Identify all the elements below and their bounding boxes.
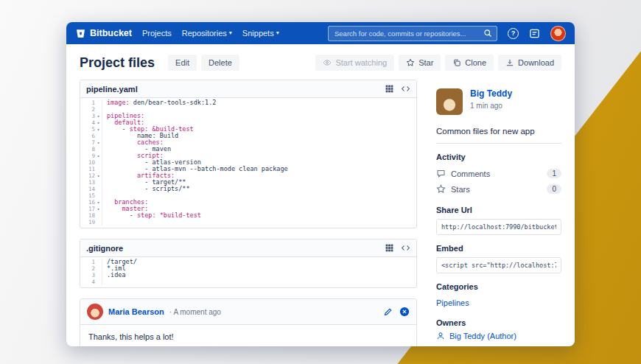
fold-arrow-icon[interactable]: ▾ xyxy=(95,206,102,212)
line-number: 6 xyxy=(80,133,95,139)
categories-heading: Categories xyxy=(436,282,561,291)
activity-row-stars[interactable]: Stars0 xyxy=(436,181,561,197)
page-title: Project files xyxy=(80,55,155,71)
header-left-buttons: EditDelete xyxy=(168,55,239,71)
activity-heading: Activity xyxy=(436,153,561,161)
code-line: image: den/bear-tools-sdk:1.2 xyxy=(107,99,216,106)
start-watching-button[interactable]: Start watching xyxy=(315,55,394,71)
nav-item-snippets[interactable]: Snippets▾ xyxy=(242,29,279,38)
owner-name-link[interactable]: Big Teddy xyxy=(470,88,512,99)
fold-arrow-icon[interactable]: ▾ xyxy=(95,153,102,159)
activity-rows: Comments1Stars0 xyxy=(436,166,561,197)
share-url-input[interactable] xyxy=(436,219,561,235)
navbar: Bitbucket ProjectsRepositories▾Snippets▾… xyxy=(66,22,575,44)
comment-author-link[interactable]: Maria Bearson xyxy=(108,307,164,316)
nav-item-projects[interactable]: Projects xyxy=(142,29,172,38)
header-right-buttons: Start watchingStarCloneDownload xyxy=(315,55,561,71)
comment-author-avatar[interactable] xyxy=(87,304,103,320)
share-url-heading: Share Url xyxy=(436,206,561,214)
table-view-icon[interactable] xyxy=(385,243,394,253)
line-number: 3 xyxy=(80,272,95,279)
delete-comment-icon[interactable] xyxy=(399,307,410,317)
comment-meta-separator: · xyxy=(169,308,172,316)
owner-timestamp: 1 min ago xyxy=(470,102,512,110)
line-number: 2 xyxy=(80,265,95,272)
line-number: 15 xyxy=(80,192,95,199)
comment-actions xyxy=(383,307,410,317)
source-view-icon[interactable] xyxy=(401,84,410,94)
file-card: pipeline.yaml1image: den/bear-tools-sdk:… xyxy=(80,80,417,228)
table-view-icon[interactable] xyxy=(385,84,394,94)
star-button[interactable]: Star xyxy=(399,55,441,71)
fold-arrow-icon[interactable]: ▾ xyxy=(95,172,102,179)
search-input[interactable] xyxy=(333,29,483,38)
fold-arrow-icon[interactable]: ▾ xyxy=(95,199,102,206)
owners-list: Big Teddy (Author) xyxy=(436,332,561,340)
line-number: 2 xyxy=(80,106,95,113)
line-number: 11 xyxy=(80,166,95,172)
count-badge: 1 xyxy=(547,169,561,178)
code-block: 1/target/2*.iml3.idea4 xyxy=(80,257,416,287)
line-number: 19 xyxy=(80,219,95,225)
comment-header: Maria Bearson · A moment ago xyxy=(80,299,416,324)
page-header: Project files EditDelete Start watchingS… xyxy=(66,44,575,80)
divider xyxy=(436,143,561,144)
files-column: pipeline.yaml1image: den/bear-tools-sdk:… xyxy=(80,80,417,346)
chevron-down-icon: ▾ xyxy=(229,30,232,36)
comment-icon xyxy=(436,169,446,178)
star-icon xyxy=(436,184,446,194)
category-link[interactable]: Pipelines xyxy=(436,298,469,307)
line-number: 16 xyxy=(80,199,95,206)
line-number: 3 xyxy=(80,113,95,119)
person-icon xyxy=(436,332,445,340)
owner-link: Big Teddy (Author) xyxy=(449,332,516,340)
line-number: 4 xyxy=(80,119,95,126)
count-badge: 0 xyxy=(547,184,561,194)
app-window: Bitbucket ProjectsRepositories▾Snippets▾… xyxy=(66,22,575,346)
file-card: .gitignore1/target/2*.iml3.idea4 xyxy=(80,239,417,288)
line-number: 9 xyxy=(80,153,95,159)
brand-label: Bitbucket xyxy=(90,28,132,38)
eye-icon xyxy=(323,58,332,67)
code-line: - step: *build-test xyxy=(107,212,201,219)
snippet-owner: Big Teddy 1 min ago xyxy=(436,88,561,115)
line-number: 13 xyxy=(80,179,95,186)
line-number: 4 xyxy=(80,279,95,285)
fold-arrow-icon[interactable]: ▾ xyxy=(95,113,102,119)
line-number: 12 xyxy=(80,172,95,179)
edit-comment-icon[interactable] xyxy=(383,307,393,317)
owner-link-row[interactable]: Big Teddy (Author) xyxy=(436,332,561,340)
file-name: .gitignore xyxy=(86,244,123,253)
file-card-header: .gitignore xyxy=(80,239,416,257)
bitbucket-brand[interactable]: Bitbucket xyxy=(75,28,132,39)
delete-button[interactable]: Delete xyxy=(201,55,239,71)
embed-heading: Embed xyxy=(436,244,561,253)
search-box xyxy=(328,26,497,41)
fold-arrow-icon[interactable]: ▾ xyxy=(95,119,102,126)
download-button[interactable]: Download xyxy=(498,55,561,71)
feedback-panel-icon[interactable] xyxy=(529,28,540,39)
activity-row-comments[interactable]: Comments1 xyxy=(436,166,561,181)
help-icon[interactable]: ? xyxy=(508,28,519,39)
search-icon[interactable] xyxy=(483,29,492,38)
source-view-icon[interactable] xyxy=(401,243,410,253)
line-number: 18 xyxy=(80,212,95,219)
categories-list: Pipelines xyxy=(436,295,561,309)
fold-arrow-icon[interactable]: ▾ xyxy=(95,126,102,133)
comment-timestamp: A moment ago xyxy=(173,308,220,316)
nav-item-repositories[interactable]: Repositories▾ xyxy=(182,29,232,38)
line-number: 5 xyxy=(80,126,95,133)
comment-body: Thanks, this helps a lot! xyxy=(80,324,416,346)
content: pipeline.yaml1image: den/bear-tools-sdk:… xyxy=(66,80,575,346)
embed-input[interactable] xyxy=(436,257,561,273)
file-card-header: pipeline.yaml xyxy=(80,80,416,98)
owner-avatar[interactable] xyxy=(436,88,463,115)
comment-card: Maria Bearson · A moment ago Thanks, thi… xyxy=(80,298,417,346)
user-avatar[interactable] xyxy=(550,26,566,41)
clone-icon xyxy=(452,58,461,67)
fold-arrow-icon[interactable]: ▾ xyxy=(95,139,102,146)
edit-button[interactable]: Edit xyxy=(168,55,197,71)
line-number: 7 xyxy=(80,139,95,146)
line-number: 1 xyxy=(80,259,95,265)
clone-button[interactable]: Clone xyxy=(445,55,494,71)
